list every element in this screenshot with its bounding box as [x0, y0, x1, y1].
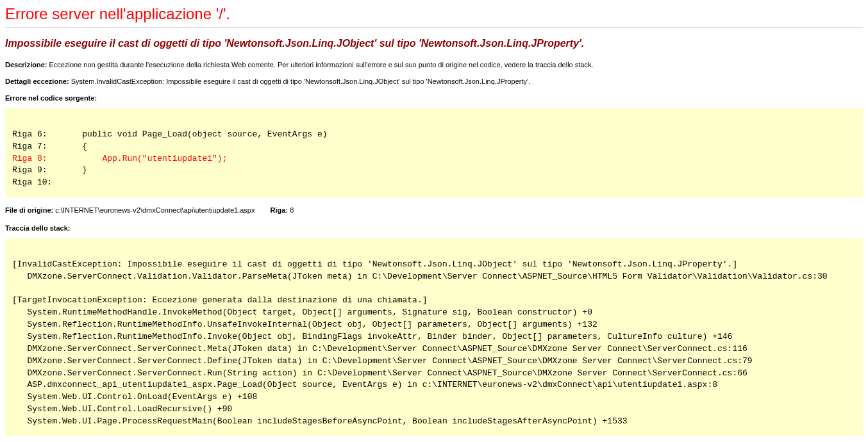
- source-code-block: Riga 6: public void Page_Load(object sou…: [5, 108, 863, 197]
- source-code-line: Riga 8: App.Run("utentiupdate1");: [12, 154, 227, 163]
- source-file-label: File di origine:: [5, 206, 53, 214]
- stack-trace-label: Traccia dello stack:: [5, 224, 863, 232]
- source-file-line: File di origine: c:\INTERNET\euronews-v2…: [5, 206, 863, 214]
- source-code-line: Riga 7: {: [12, 142, 87, 151]
- exception-details-line: Dettagli eccezione: System.InvalidCastEx…: [5, 78, 863, 85]
- source-line-label: Riga:: [271, 206, 288, 214]
- source-code-line: Riga 6: public void Page_Load(object sou…: [12, 129, 327, 139]
- divider: [5, 27, 863, 28]
- stack-trace-block: [InvalidCastException: Impossibile esegu…: [5, 238, 863, 436]
- description-label: Descrizione:: [5, 61, 47, 69]
- exception-details-text: System.InvalidCastException: Impossibile…: [71, 78, 530, 85]
- source-code-pre: Riga 6: public void Page_Load(object sou…: [12, 117, 856, 189]
- description-line: Descrizione: Eccezione non gestita duran…: [5, 61, 863, 69]
- source-code-line: Riga 9: }: [12, 165, 87, 175]
- stack-trace-pre: [InvalidCastException: Impossibile esegu…: [12, 247, 856, 428]
- source-code-line: Riga 10:: [12, 177, 52, 187]
- page-title: Errore server nell'applicazione '/'.: [5, 5, 863, 23]
- description-text: Eccezione non gestita durante l'esecuzio…: [49, 61, 593, 69]
- source-file-value: c:\INTERNET\euronews-v2\dmxConnect\api\u…: [55, 206, 255, 214]
- source-error-label: Errore nel codice sorgente:: [5, 94, 863, 102]
- error-subtitle: Impossibile eseguire il cast di oggetti …: [5, 38, 863, 49]
- exception-details-label: Dettagli eccezione:: [5, 78, 69, 85]
- source-line-value: 8: [290, 206, 294, 214]
